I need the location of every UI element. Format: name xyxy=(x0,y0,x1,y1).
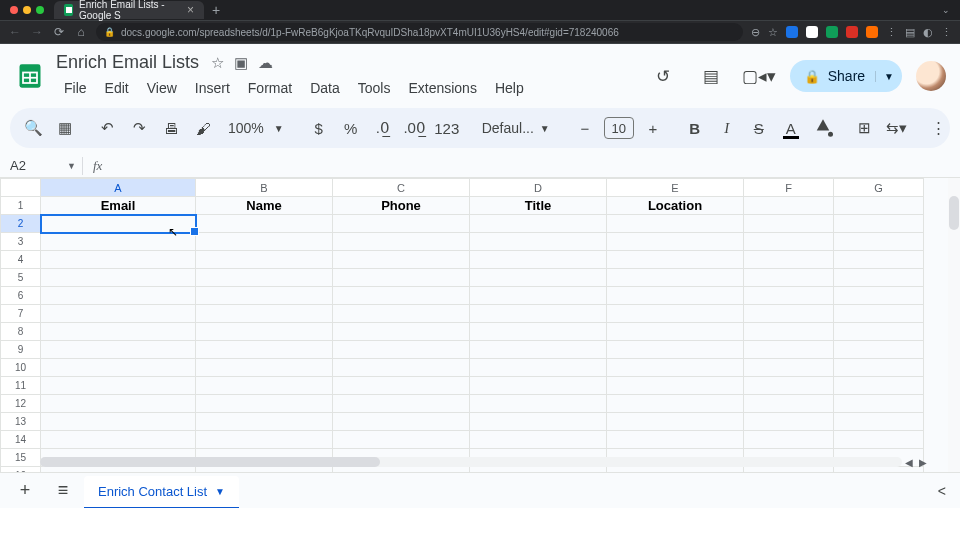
bold-button[interactable]: B xyxy=(680,113,710,143)
share-button[interactable]: 🔒 Share ▼ xyxy=(790,60,902,92)
cell-A14[interactable] xyxy=(41,431,196,449)
row-header[interactable]: 3 xyxy=(1,233,41,251)
star-icon[interactable]: ☆ xyxy=(211,54,224,72)
column-header-C[interactable]: C xyxy=(333,179,470,197)
cell-E11[interactable] xyxy=(607,377,744,395)
cell-F11[interactable] xyxy=(744,377,834,395)
sheets-logo[interactable] xyxy=(14,60,46,92)
increase-decimal-button[interactable]: .00̲ xyxy=(400,113,430,143)
borders-button[interactable]: ⊞ xyxy=(850,113,880,143)
column-header-F[interactable]: F xyxy=(744,179,834,197)
cell-B1[interactable]: Name xyxy=(196,197,333,215)
account-avatar[interactable] xyxy=(916,61,946,91)
row-header[interactable]: 10 xyxy=(1,359,41,377)
cell-D8[interactable] xyxy=(470,323,607,341)
row-header[interactable]: 5 xyxy=(1,269,41,287)
cell-D9[interactable] xyxy=(470,341,607,359)
cell-F4[interactable] xyxy=(744,251,834,269)
bookmark-star-icon[interactable]: ☆ xyxy=(768,26,778,39)
italic-button[interactable]: I xyxy=(712,113,742,143)
more-toolbar-icon[interactable]: ⋮ xyxy=(924,113,954,143)
percent-button[interactable]: % xyxy=(336,113,366,143)
strikethrough-button[interactable]: S xyxy=(744,113,774,143)
row-header[interactable]: 12 xyxy=(1,395,41,413)
close-tab-icon[interactable]: × xyxy=(187,3,194,17)
cell-B12[interactable] xyxy=(196,395,333,413)
cell-G6[interactable] xyxy=(834,287,924,305)
cell-C12[interactable] xyxy=(333,395,470,413)
reload-button[interactable]: ⟳ xyxy=(52,25,66,39)
document-title[interactable]: Enrich Email Lists xyxy=(56,52,199,73)
cell-A12[interactable] xyxy=(41,395,196,413)
cell-A13[interactable] xyxy=(41,413,196,431)
cell-C7[interactable] xyxy=(333,305,470,323)
cell-G9[interactable] xyxy=(834,341,924,359)
cell-D11[interactable] xyxy=(470,377,607,395)
cell-E13[interactable] xyxy=(607,413,744,431)
cell-G2[interactable] xyxy=(834,215,924,233)
row-header[interactable]: 4 xyxy=(1,251,41,269)
menu-view[interactable]: View xyxy=(139,76,185,100)
cell-G10[interactable] xyxy=(834,359,924,377)
cell-E14[interactable] xyxy=(607,431,744,449)
cell-A10[interactable] xyxy=(41,359,196,377)
cell-A11[interactable] xyxy=(41,377,196,395)
menu-format[interactable]: Format xyxy=(240,76,300,100)
row-header[interactable]: 8 xyxy=(1,323,41,341)
column-header-B[interactable]: B xyxy=(196,179,333,197)
cell-B11[interactable] xyxy=(196,377,333,395)
horizontal-scrollbar-thumb[interactable] xyxy=(40,457,380,467)
cell-E6[interactable] xyxy=(607,287,744,305)
side-panel-icon[interactable]: ▤ xyxy=(905,26,915,39)
cell-B4[interactable] xyxy=(196,251,333,269)
cell-E3[interactable] xyxy=(607,233,744,251)
address-bar[interactable]: 🔒 docs.google.com/spreadsheets/d/1p-FwRe… xyxy=(96,23,743,41)
cell-C3[interactable] xyxy=(333,233,470,251)
row-header[interactable]: 9 xyxy=(1,341,41,359)
row-header[interactable]: 13 xyxy=(1,413,41,431)
font-size-input[interactable]: 10 xyxy=(604,117,634,139)
cell-C10[interactable] xyxy=(333,359,470,377)
cell-D4[interactable] xyxy=(470,251,607,269)
cell-G14[interactable] xyxy=(834,431,924,449)
cell-E7[interactable] xyxy=(607,305,744,323)
paint-format-button[interactable]: 🖌 xyxy=(188,113,218,143)
column-header-A[interactable]: A xyxy=(41,179,196,197)
cell-D7[interactable] xyxy=(470,305,607,323)
cell-D3[interactable] xyxy=(470,233,607,251)
cell-F1[interactable] xyxy=(744,197,834,215)
cell-D14[interactable] xyxy=(470,431,607,449)
cell-G8[interactable] xyxy=(834,323,924,341)
cell-G3[interactable] xyxy=(834,233,924,251)
cell-B6[interactable] xyxy=(196,287,333,305)
menu-help[interactable]: Help xyxy=(487,76,532,100)
extension-icon[interactable] xyxy=(826,26,838,38)
fill-color-button[interactable] xyxy=(808,113,838,143)
cloud-status-icon[interactable]: ☁ xyxy=(258,54,273,72)
cell-B2[interactable] xyxy=(196,215,333,233)
cell-G7[interactable] xyxy=(834,305,924,323)
cell-E1[interactable]: Location xyxy=(607,197,744,215)
cell-A5[interactable] xyxy=(41,269,196,287)
browser-menu-icon[interactable]: ⋮ xyxy=(941,26,952,39)
cell-C14[interactable] xyxy=(333,431,470,449)
cell-A9[interactable] xyxy=(41,341,196,359)
filter-views-icon[interactable]: ▦ xyxy=(50,113,80,143)
cell-C1[interactable]: Phone xyxy=(333,197,470,215)
cell-E2[interactable] xyxy=(607,215,744,233)
move-icon[interactable]: ▣ xyxy=(234,54,248,72)
cell-F2[interactable] xyxy=(744,215,834,233)
cell-F10[interactable] xyxy=(744,359,834,377)
cell-D2[interactable] xyxy=(470,215,607,233)
menu-extensions[interactable]: Extensions xyxy=(400,76,484,100)
cell-C4[interactable] xyxy=(333,251,470,269)
extension-icon[interactable] xyxy=(866,26,878,38)
menu-data[interactable]: Data xyxy=(302,76,348,100)
decrease-decimal-button[interactable]: .0̲ xyxy=(368,113,398,143)
cell-A6[interactable] xyxy=(41,287,196,305)
cell-D10[interactable] xyxy=(470,359,607,377)
number-format-button[interactable]: 123 xyxy=(432,113,462,143)
cell-G1[interactable] xyxy=(834,197,924,215)
cell-G12[interactable] xyxy=(834,395,924,413)
row-header[interactable]: 15 xyxy=(1,449,41,467)
